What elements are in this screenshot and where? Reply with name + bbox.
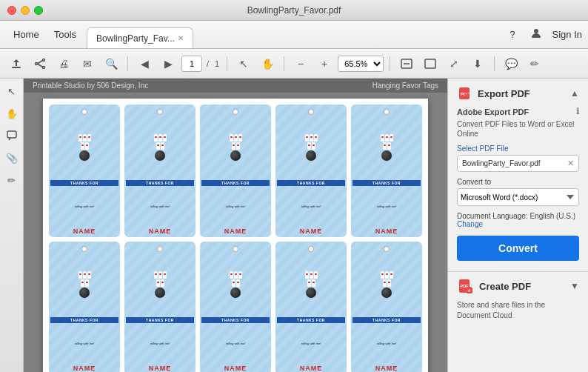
left-edit-tool[interactable]: ✏	[2, 170, 21, 190]
cursor-tool[interactable]: ↖	[233, 53, 254, 74]
tag-hole	[233, 109, 238, 115]
menu-right: ? Sign In	[505, 26, 582, 43]
page-total: 1	[215, 59, 219, 68]
tag-hole	[308, 246, 314, 252]
toolbar-sep-1	[127, 56, 128, 71]
email-button[interactable]: ✉	[77, 53, 98, 74]
svg-point-3	[43, 66, 45, 68]
tab-label: BowlingParty_Fav...	[96, 33, 175, 44]
toolbar-sep-3	[284, 56, 284, 71]
hand-tool[interactable]: ✋	[257, 53, 278, 74]
full-screen-button[interactable]: ⤢	[444, 53, 464, 74]
next-page-button[interactable]: ▶	[158, 53, 178, 74]
list-item: THANKS FOR rolling with me! NAME	[200, 242, 271, 372]
sign-in-button[interactable]: Sign In	[552, 29, 582, 40]
svg-rect-1	[12, 67, 21, 68]
create-pdf-section: PDF + Create PDF Store and share files i…	[448, 272, 588, 327]
account-icon[interactable]	[526, 26, 547, 43]
tag-name-text: NAME	[224, 227, 247, 235]
tags-grid: THANKS FOR rolling with me! NAME THANKS …	[49, 104, 422, 372]
list-item: THANKS FOR rolling with me! NAME	[200, 104, 271, 237]
file-remove-icon[interactable]: ✕	[567, 159, 574, 168]
bowling-image	[154, 134, 167, 161]
create-pdf-collapse-icon[interactable]	[570, 281, 579, 291]
convert-to-label: Convert to	[457, 178, 579, 186]
bowling-image	[230, 134, 242, 161]
svg-line-5	[38, 60, 43, 64]
fit-width-button[interactable]	[396, 53, 417, 74]
tag-name-text: NAME	[149, 227, 172, 235]
export-pdf-icon: PDF	[457, 86, 472, 101]
convert-button[interactable]: Convert	[457, 236, 579, 261]
pdf-page: THANKS FOR rolling with me! NAME THANKS …	[43, 99, 428, 372]
tab-bowling[interactable]: BowlingParty_Fav... ✕	[87, 27, 193, 48]
window-controls[interactable]	[7, 6, 43, 15]
svg-rect-10	[7, 131, 16, 138]
upload-button[interactable]	[6, 53, 27, 74]
export-pdf-header[interactable]: PDF Export PDF	[448, 79, 588, 107]
download-button[interactable]: ⬇	[467, 53, 488, 74]
create-pdf-header[interactable]: PDF + Create PDF	[448, 272, 588, 300]
comment-button[interactable]: 💬	[501, 53, 521, 74]
bowling-image	[230, 271, 242, 298]
scroll-indicator[interactable]: ›	[438, 222, 447, 230]
select-file-label: Select PDF File	[457, 145, 579, 153]
menu-bar: Home Tools BowlingParty_Fav... ✕ ? Sign …	[0, 21, 588, 49]
annotate-button[interactable]: ✏	[524, 53, 545, 74]
left-cursor-tool[interactable]: ↖	[2, 82, 21, 101]
left-clip-tool[interactable]: 📎	[2, 148, 21, 167]
pdf-viewer: Printable Studio by 506 Design, Inc Hang…	[24, 79, 447, 372]
print-button[interactable]: 🖨	[53, 53, 74, 74]
create-pdf-icon: PDF +	[457, 278, 473, 294]
change-language-link[interactable]: Change	[457, 220, 483, 228]
export-pdf-header-left: PDF Export PDF	[457, 86, 530, 101]
share-button[interactable]	[30, 53, 50, 74]
export-pdf-collapse-icon[interactable]	[570, 88, 579, 99]
tag-name-text: NAME	[149, 365, 172, 372]
bowling-image	[78, 134, 91, 161]
tag-hole	[81, 246, 87, 252]
svg-point-2	[43, 59, 45, 61]
page-number-input[interactable]	[181, 56, 202, 72]
maximize-button[interactable]	[34, 6, 43, 15]
zoom-select[interactable]: 65.5%	[338, 56, 384, 72]
zoom-out-button[interactable]: −	[290, 53, 311, 74]
list-item: THANKS FOR rolling with me! NAME	[275, 104, 347, 237]
create-pdf-body: Store and share files in the Document Cl…	[448, 300, 588, 327]
menu-home[interactable]: Home	[6, 26, 47, 43]
menu-tools[interactable]: Tools	[47, 26, 84, 43]
tag-hole	[384, 109, 390, 115]
title-bar: BowlingParty_Favor.pdf	[0, 0, 588, 21]
tag-name-text: NAME	[300, 227, 323, 235]
svg-text:+: +	[468, 288, 471, 293]
svg-rect-9	[425, 59, 435, 68]
tag-thanks-text: THANKS FOR	[126, 180, 194, 186]
tab-close-icon[interactable]: ✕	[178, 34, 184, 42]
tag-hole	[384, 246, 390, 252]
tag-thanks-text: THANKS FOR	[353, 180, 421, 186]
list-item: THANKS FOR rolling with me! NAME	[124, 104, 196, 237]
close-button[interactable]	[7, 6, 16, 15]
left-comment-tool[interactable]	[2, 126, 21, 145]
minimize-button[interactable]	[21, 6, 30, 15]
pdf-studio-label: Printable Studio by 506 Design, Inc	[33, 82, 148, 90]
export-pdf-title: Export PDF	[478, 88, 530, 99]
list-item: THANKS FOR rolling with me! NAME	[275, 242, 347, 372]
search-button[interactable]: 🔍	[101, 53, 121, 74]
fit-page-button[interactable]	[420, 53, 441, 74]
tag-hole	[157, 109, 163, 115]
tag-hole	[81, 109, 87, 115]
convert-to-select[interactable]: Microsoft Word (*.docx) Microsoft Excel …	[457, 188, 579, 206]
pdf-content: THANKS FOR rolling with me! NAME THANKS …	[24, 93, 447, 372]
bowling-image	[154, 271, 167, 298]
left-hand-tool[interactable]: ✋	[2, 104, 21, 123]
prev-page-button[interactable]: ◀	[134, 53, 155, 74]
tag-name-text: NAME	[224, 365, 247, 372]
tag-thanks-text: THANKS FOR	[126, 317, 194, 323]
doc-lang-value: English (U.S.)	[529, 212, 575, 220]
bowling-image	[305, 271, 318, 298]
tag-rolling-text: rolling with me!	[75, 205, 95, 208]
help-icon[interactable]: ?	[505, 27, 519, 41]
zoom-in-button[interactable]: +	[314, 53, 335, 74]
pdf-tags-label: Hanging Favor Tags	[372, 82, 438, 90]
